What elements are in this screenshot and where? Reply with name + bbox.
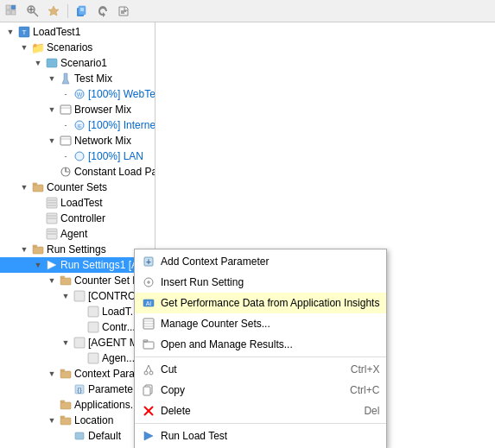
icon-location: [59, 413, 73, 427]
menu-item-get-perf[interactable]: AI Get Performance Data from Application…: [135, 293, 386, 313]
svg-rect-45: [60, 371, 71, 378]
menu-item-copy[interactable]: Copy Ctrl+C: [135, 380, 386, 401]
icon-runsettings1: [45, 258, 59, 272]
icon-testmix: [59, 72, 73, 85]
tree-item-ie9[interactable]: - IE [100%] Internet Explorer 9.0: [0, 117, 155, 133]
expand-applications[interactable]: [45, 398, 59, 412]
menu-item-delete[interactable]: Delete Del: [135, 401, 386, 421]
tree-item-agent-r1[interactable]: ▼ [AGENT M...: [0, 335, 155, 350]
tree-item-lan[interactable]: - [100%] LAN: [0, 148, 155, 164]
menu-item-manage-counter[interactable]: Manage Counter Sets...: [135, 313, 386, 334]
toolbar-icon-4[interactable]: [73, 3, 91, 20]
tree-item-webtest1[interactable]: - W [100%] WebTest1: [0, 86, 155, 102]
expand-agent-cs[interactable]: [31, 227, 45, 241]
expand-parameter[interactable]: [59, 382, 73, 396]
svg-line-65: [146, 365, 149, 371]
menu-item-insert-run[interactable]: Insert Run Setting: [135, 272, 386, 293]
tree-item-scenarios[interactable]: ▼ 📁 Scenarios: [0, 40, 155, 55]
tree-item-countersets[interactable]: ▼ Counter Sets: [0, 180, 155, 195]
tree-item-controller-cs[interactable]: Controller: [0, 211, 155, 226]
svg-rect-1: [11, 5, 16, 9]
expand-loadtest-cs[interactable]: [31, 196, 45, 210]
copy-icon: [142, 383, 155, 397]
expand-browsermix[interactable]: ▼: [45, 103, 59, 117]
tree-item-default[interactable]: Default: [0, 428, 155, 444]
expand-testmix[interactable]: ▼: [45, 72, 59, 85]
constload-label: Constant Load Pattern: [74, 166, 155, 178]
expand-contrl-r1[interactable]: [73, 320, 86, 334]
expand-ie9[interactable]: -: [59, 118, 73, 132]
tree-item-ctrl-r1[interactable]: ▼ [CONTROLL...: [0, 288, 155, 304]
get-perf-label: Get Performance Data from Application In…: [161, 297, 379, 309]
tree-item-applications[interactable]: Applications...: [0, 397, 155, 413]
expand-ctrl-r1[interactable]: ▼: [59, 289, 73, 303]
cut-shortcut: Ctrl+X: [351, 363, 380, 375]
expand-lan[interactable]: -: [59, 149, 73, 163]
tree-item-contextpara[interactable]: ▼ Context Para...: [0, 366, 155, 382]
tree-item-browsermix[interactable]: ▼ Browser Mix: [0, 102, 155, 117]
tree-item-parameter[interactable]: {} Paramete...: [0, 382, 155, 397]
tree-item-loadtest-cs[interactable]: LoadTest: [0, 195, 155, 211]
expand-scenario1[interactable]: ▼: [31, 56, 45, 70]
tree-item-runsettings[interactable]: ▼ Run Settings: [0, 242, 155, 257]
context-menu: + Add Context Parameter Insert Run Setti…: [134, 249, 387, 448]
expand-location[interactable]: ▼: [45, 413, 59, 427]
expand-loadtest1[interactable]: ▼: [3, 25, 17, 39]
insert-run-icon: [142, 275, 155, 289]
toolbar-icon-3[interactable]: [45, 3, 62, 20]
expand-runsettings1[interactable]: ▼: [31, 258, 45, 272]
icon-scenario1: [45, 56, 59, 70]
icon-contextpara: [59, 367, 73, 381]
toolbar-sep-1: [67, 4, 68, 18]
testmix-label: Test Mix: [74, 73, 112, 85]
tree-item-runsettings1[interactable]: ▼ Run Settings1 [Active]: [0, 257, 155, 273]
tree-item-constload[interactable]: Constant Load Pattern: [0, 164, 155, 180]
icon-scenarios: 📁: [31, 41, 45, 54]
svg-rect-3: [11, 10, 16, 15]
icon-loadtest1: T: [17, 25, 31, 39]
toolbar-icon-5[interactable]: [94, 3, 111, 20]
toolbar-icon-2[interactable]: [24, 3, 41, 20]
icon-applications: [59, 398, 73, 412]
tree-item-location[interactable]: ▼ Location: [0, 413, 155, 428]
tree-item-counterset-r1[interactable]: ▼ Counter Set M...: [0, 273, 155, 288]
expand-webtest1[interactable]: -: [59, 87, 73, 101]
tree-item-agent-child[interactable]: Agen...: [0, 350, 155, 366]
expand-counterset-r1[interactable]: ▼: [45, 274, 59, 287]
svg-rect-50: [75, 432, 84, 439]
expand-default[interactable]: [59, 429, 73, 443]
tree-item-contrl-r1[interactable]: Contr...: [0, 319, 155, 335]
svg-rect-68: [143, 387, 150, 395]
tree-item-agent-cs[interactable]: Agent: [0, 226, 155, 242]
tree-item-testmix[interactable]: ▼ Test Mix: [0, 71, 155, 86]
expand-loadtest-r1[interactable]: [73, 305, 86, 319]
expand-networkmix[interactable]: ▼: [45, 134, 59, 148]
networkmix-label: Network Mix: [74, 135, 131, 147]
tree-item-scenario1[interactable]: ▼ Scenario1: [0, 55, 155, 71]
svg-rect-0: [6, 5, 10, 9]
icon-ie9: IE: [73, 118, 86, 132]
expand-contextpara[interactable]: ▼: [45, 367, 59, 381]
toolbar-icon-6[interactable]: [115, 3, 132, 20]
menu-item-open-results[interactable]: Open and Manage Results...: [135, 334, 386, 355]
svg-rect-23: [60, 136, 71, 145]
tree-item-loadtest1[interactable]: ▼ T LoadTest1: [0, 24, 155, 40]
expand-runsettings[interactable]: ▼: [17, 243, 31, 256]
agent-cs-label: Agent: [60, 228, 87, 240]
menu-item-run-load[interactable]: Run Load Test: [135, 426, 386, 446]
expand-agent-r1[interactable]: ▼: [59, 336, 73, 350]
expand-scenarios[interactable]: ▼: [17, 41, 31, 54]
expand-constload[interactable]: [45, 165, 59, 179]
icon-networkmix: [59, 134, 73, 148]
tree-item-loadtest-r1[interactable]: LoadT...: [0, 304, 155, 319]
expand-agent-child[interactable]: [73, 351, 86, 365]
menu-item-cut[interactable]: Cut Ctrl+X: [135, 359, 386, 380]
cut-label: Cut: [161, 363, 328, 375]
expand-controller-cs[interactable]: [31, 211, 45, 225]
svg-point-25: [75, 152, 84, 161]
tree-item-networkmix[interactable]: ▼ Network Mix: [0, 133, 155, 148]
menu-item-add-context[interactable]: + Add Context Parameter: [135, 251, 386, 272]
runsettings-label: Run Settings: [47, 243, 106, 256]
expand-countersets[interactable]: ▼: [17, 180, 31, 194]
toolbar-icon-1[interactable]: [3, 3, 21, 20]
